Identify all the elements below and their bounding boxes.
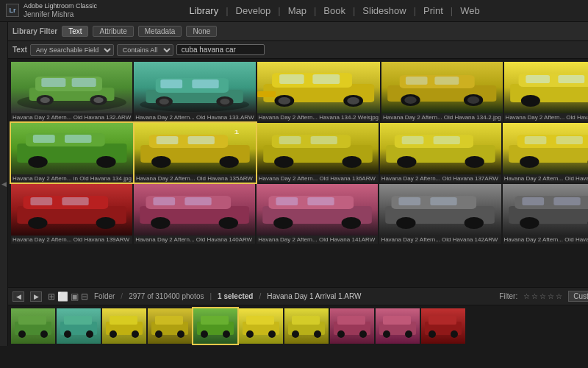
svg-point-124 (246, 330, 254, 338)
thumb-cell[interactable]: Havana Day 2 Aftern... Old Havana 139ARW (11, 184, 132, 244)
svg-point-116 (155, 330, 162, 338)
nav-book[interactable]: Book (318, 2, 351, 19)
svg-rect-43 (33, 135, 55, 143)
thumb-label: Havana Day 2 Aftern... Old Havana 137ARW (380, 174, 501, 183)
nav-web[interactable]: Web (454, 2, 486, 19)
filter-none-button[interactable]: None (186, 26, 217, 37)
filmstrip-thumb[interactable] (11, 308, 55, 344)
thumb-cell[interactable]: Havana Day 2 Aftern... Old Havana 141ARW (257, 184, 378, 244)
thumb-cell[interactable]: Havana Day 2 Aftern... Old Havana 140ARW (134, 184, 255, 244)
car-thumbnail (11, 123, 133, 174)
svg-point-136 (383, 330, 390, 338)
star-rating-filter[interactable]: ☆ ☆ ☆ ☆ ☆ (523, 292, 562, 300)
filmstrip-thumb[interactable] (102, 308, 146, 344)
thumb-label: Havana Day 2 Aftern... Old Havana 138ARW (503, 174, 588, 183)
thumb-cell[interactable]: Havana Day 2 Aftern... Old Havana 133.AR… (134, 62, 255, 121)
thumb-cell[interactable]: Havana Day 2 Aftern... Old Havana 137ARW (380, 123, 501, 183)
status-bar: ◀ ▶ ⊞ ⬜ ▣ ⊟ Folder / 2977 of 310400 phot… (8, 287, 588, 305)
search-input[interactable] (176, 44, 265, 55)
compare-view-icon[interactable]: ▣ (71, 291, 79, 302)
svg-rect-20 (279, 74, 304, 84)
filmstrip-thumb[interactable] (239, 308, 283, 344)
filmstrip-thumb[interactable] (421, 308, 465, 344)
survey-view-icon[interactable]: ⊟ (81, 291, 88, 302)
svg-point-100 (520, 217, 539, 229)
svg-point-141 (451, 330, 458, 338)
nav-slideshow[interactable]: Slideshow (356, 2, 412, 19)
svg-point-25 (347, 97, 359, 105)
nav-prev-button[interactable]: ◀ (12, 291, 24, 302)
filter-text-button[interactable]: Text (62, 26, 88, 37)
thumb-cell[interactable]: Havana Day 2 Aftern... Old Havana 132.AR… (11, 62, 132, 121)
svg-rect-92 (399, 197, 421, 205)
svg-point-104 (18, 330, 26, 338)
svg-rect-115 (155, 316, 183, 325)
svg-rect-26 (257, 91, 276, 97)
left-panel-toggle[interactable]: ◀ (0, 22, 8, 346)
svg-point-52 (219, 156, 238, 168)
thumb-cell[interactable]: Havana Day 2 Aftern... Old Havana 142ARW (379, 184, 501, 244)
grid-view-icon[interactable]: ⊞ (48, 291, 55, 302)
car-thumbnail (379, 184, 501, 236)
svg-point-8 (93, 97, 103, 103)
filmstrip-thumb[interactable] (148, 308, 192, 344)
thumb-cell[interactable]: Havana Day 2 Aftern... Old Havana 138ARW (503, 123, 588, 183)
nav-map[interactable]: Map (282, 2, 312, 19)
svg-point-132 (337, 330, 345, 338)
thumb-cell-selected[interactable]: Havana Day 2 Aftern... in Old Havana 134… (11, 123, 133, 183)
filmstrip-thumb[interactable] (284, 308, 329, 344)
svg-point-137 (405, 330, 412, 338)
svg-rect-44 (65, 135, 91, 143)
thumb-cell[interactable]: Havana Day 2 Aftern... Old Havana 134-2.… (381, 62, 503, 121)
thumb-cell[interactable]: Havana Day 2 Aftern... Havana 134-2 Wels… (257, 62, 381, 121)
photo-grid: Havana Day 2 Aftern... Old Havana 132.AR… (8, 59, 588, 287)
svg-point-51 (151, 156, 171, 168)
nav-next-button[interactable]: ▶ (30, 291, 42, 302)
nav-print[interactable]: Print (417, 2, 449, 19)
svg-rect-4 (72, 78, 96, 87)
filmstrip-thumb-selected[interactable] (193, 308, 237, 344)
loupe-view-icon[interactable]: ⬜ (57, 291, 68, 302)
filter-metadata-button[interactable]: Metadata (138, 26, 182, 37)
filter-attribute-button[interactable]: Attribute (93, 26, 133, 37)
car-thumbnail (503, 184, 589, 236)
svg-rect-57 (310, 136, 337, 144)
thumb-label: Havana Day 2 Aftern... Old Havana 132.AR… (11, 113, 132, 121)
svg-point-58 (274, 156, 293, 168)
svg-point-140 (429, 330, 436, 338)
library-filter-bar: Library Filter Text Attribute Metadata N… (8, 22, 588, 41)
svg-rect-69 (556, 136, 582, 144)
thumb-label: Havana Day 2 Aftern... Old Havana 133.AR… (134, 113, 255, 121)
svg-point-125 (268, 330, 276, 338)
top-bar: Lr Adobe Lightroom Classic Jennifer Mish… (0, 0, 588, 22)
svg-point-108 (64, 330, 71, 338)
search-contains-select[interactable]: Contains All (117, 44, 173, 56)
car-thumbnail (381, 62, 503, 113)
thumb-cell[interactable]: Havana Day 2 Aftern... Old Havana 143ARW (503, 184, 589, 244)
svg-point-89 (342, 217, 361, 229)
nav-library[interactable]: Library (183, 2, 224, 19)
custom-filter-button[interactable]: Custom Filter (568, 291, 588, 302)
app-name: Adobe Lightroom Classic Jennifer Mishra (24, 2, 97, 19)
filmstrip-thumb[interactable] (376, 308, 420, 344)
filter-bar-label: Library Filter (12, 27, 57, 35)
thumb-cell[interactable]: Havana Day 2 Aftern... Old Havana 136ARW (257, 123, 379, 183)
search-bar: Text Any Searchable Field Contains All (8, 41, 588, 59)
thumb-label: Havana Day 2 Aftern... Old Havana 143ARW (503, 236, 589, 244)
svg-rect-135 (383, 316, 411, 325)
thumb-label: Havana Day 2 Aftern... in Old Havana 134… (11, 174, 133, 183)
filmstrip-thumb[interactable] (330, 308, 374, 344)
selected-count: 1 selected (218, 292, 253, 300)
search-field-select[interactable]: Any Searchable Field (30, 44, 114, 56)
car-thumbnail (504, 62, 588, 113)
svg-rect-103 (18, 316, 46, 325)
svg-rect-68 (524, 136, 546, 144)
filmstrip-thumb[interactable] (57, 308, 101, 344)
thumb-cell[interactable]: Havana Day 2 Aftern... Old Havana 134ARW (504, 62, 588, 121)
thumb-label: Havana Day 2 Aftern... Old Havana 139ARW (11, 236, 132, 244)
car-thumbnail (257, 184, 378, 236)
svg-point-17 (220, 99, 230, 105)
nav-develop[interactable]: Develop (230, 2, 277, 19)
svg-rect-93 (431, 197, 457, 205)
thumb-cell-selected[interactable]: 1 Havana Day 2 Aftern... Old Havana 135A… (135, 123, 256, 183)
